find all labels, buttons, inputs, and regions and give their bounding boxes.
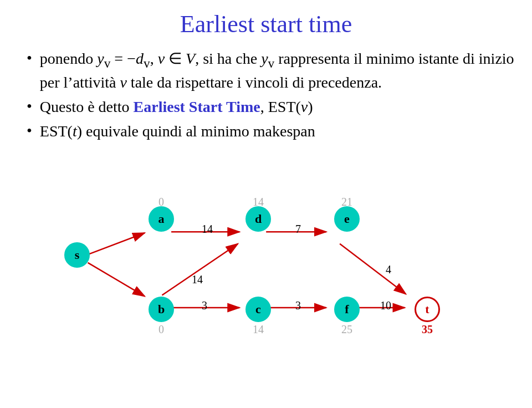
graph-area: 0 14 21 0 14 25 35 14 7 3 3 4 10 14 s a … [27,147,514,324]
edge-label-d-e: 7 [295,223,301,236]
bullet-text-2: Questo è detto Earliest Start Time, EST(… [40,96,313,118]
edge-label-e-t: 4 [386,263,391,276]
label-b-bottom: 0 [149,323,174,336]
edge-label-b-d: 14 [192,273,203,286]
bullet-symbol-2: • [27,96,32,116]
edge-label-b-c: 3 [202,299,207,312]
edge-label-a-d: 14 [202,223,213,236]
edge-label-f-t: 10 [380,299,391,312]
bullet-item-3: • EST(t) equivale quindi al minimo makes… [27,121,514,142]
label-t-bottom: 35 [415,323,440,336]
page-title: Earliest start time [0,0,532,48]
svg-line-9 [162,244,238,295]
bullet-text-1: ponendo yv = −dv, v ∈ V, si ha che yv ra… [40,48,514,93]
content-area: • ponendo yv = −dv, v ∈ V, si ha che yv … [0,48,532,324]
label-f-bottom: 25 [334,323,360,336]
bullet-symbol-3: • [27,121,32,141]
edge-label-c-f: 3 [295,299,301,312]
svg-line-1 [88,233,145,255]
svg-line-7 [340,244,406,294]
bullet-item-2: • Questo è detto Earliest Start Time, ES… [27,96,514,118]
label-c-bottom: 14 [245,323,271,336]
highlight-est: Earliest Start Time [134,98,260,115]
bullet-item-1: • ponendo yv = −dv, v ∈ V, si ha che yv … [27,48,514,93]
svg-line-2 [88,263,145,297]
bullet-symbol-1: • [27,48,32,68]
bullet-text-3: EST(t) equivale quindi al minimo makespa… [40,121,315,142]
graph-arrows [27,147,514,324]
